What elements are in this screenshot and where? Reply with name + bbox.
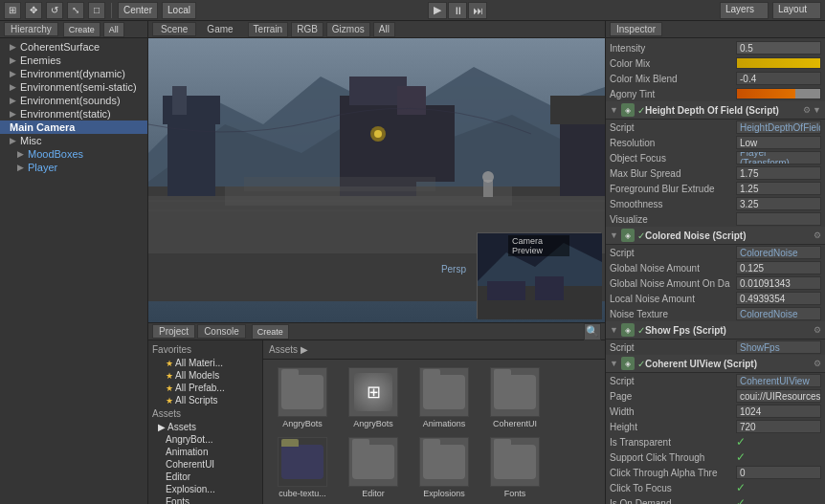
asset-label: Fonts — [504, 489, 526, 499]
insp-height-value[interactable]: 720 — [736, 420, 821, 433]
colored-noise-section-header[interactable]: ▼ ◈ ✓ Colored Noise (Script) ⚙ — [606, 227, 825, 245]
asset-angrybots2[interactable]: ⊞ AngryBots — [340, 365, 407, 431]
insp-objfocus-value[interactable]: Player (Transform) — [736, 151, 821, 164]
proj-all-scripts[interactable]: ★ All Scripts — [148, 394, 262, 406]
insp-nscript-value[interactable]: ColoredNoise — [736, 246, 821, 259]
layout-dropdown[interactable]: Layout — [772, 2, 821, 19]
hierarchy-tab[interactable]: Hierarchy — [4, 22, 58, 36]
insp-fscript-label: Script — [610, 342, 734, 353]
insp-agonytint-bar[interactable] — [736, 88, 821, 99]
insp-nglobalda-value[interactable]: 0.01091343 — [736, 276, 821, 290]
asset-cube-texture[interactable]: cube-textu... — [269, 435, 336, 501]
svg-point-19 — [482, 171, 494, 183]
rgb-btn[interactable]: RGB — [291, 22, 323, 37]
insp-smooth-value[interactable]: 3.25 — [736, 197, 821, 210]
hier-env-sounds[interactable]: ▶ Environment(sounds) — [0, 94, 147, 107]
asset-fonts[interactable]: Fonts — [481, 435, 548, 501]
script-icon: ◈ — [621, 357, 635, 370]
project-tab[interactable]: Project — [152, 324, 195, 339]
project-create-btn[interactable]: Create — [252, 324, 289, 340]
section-settings-btn[interactable]: ⚙ — [803, 105, 811, 115]
insp-nglobal-value[interactable]: 0.125 — [736, 261, 821, 274]
scale-tool[interactable]: ⤡ — [67, 2, 84, 19]
insp-clickalpha-value[interactable]: 0 — [736, 466, 821, 479]
asset-angrybots[interactable]: AngryBots — [269, 365, 336, 431]
game-tab[interactable]: Game — [198, 22, 241, 36]
hier-env-dynamic[interactable]: ▶ Environment(dynamic) — [0, 67, 147, 80]
transform-tool[interactable]: ✥ — [25, 2, 42, 19]
folder-fonts-icon — [490, 437, 540, 487]
hier-misc[interactable]: ▶ Misc — [0, 134, 147, 147]
proj-editor[interactable]: Editor — [148, 471, 262, 483]
step-button[interactable]: ⏭ — [468, 2, 487, 19]
insp-cscript-value[interactable]: CoherentUIView — [736, 374, 821, 387]
insp-maxblur-label: Max Blur Spread — [610, 168, 734, 179]
inspector-tab[interactable]: Inspector — [610, 22, 662, 36]
rotate-tool[interactable]: ↺ — [46, 2, 63, 19]
insp-ntexture-value[interactable]: ColoredNoise — [736, 307, 821, 320]
insp-fscript-value[interactable]: ShowFps — [736, 340, 821, 354]
folder-coherent-icon — [490, 367, 540, 417]
section-settings-btn[interactable]: ⚙ — [814, 325, 821, 335]
insp-clickthrough-check[interactable]: ✓ — [736, 450, 746, 464]
insp-ondemand-check[interactable]: ✓ — [736, 496, 746, 504]
section-settings-btn[interactable]: ⚙ — [814, 359, 821, 368]
gizmos-btn[interactable]: Gizmos — [326, 22, 370, 37]
asset-animations[interactable]: Animations — [411, 365, 478, 431]
insp-fgblur-value[interactable]: 1.25 — [736, 182, 821, 195]
all-btn[interactable]: All — [373, 22, 395, 37]
insp-script-value[interactable]: HeightDepthOfField — [736, 121, 821, 134]
proj-explosions[interactable]: Explosion... — [148, 483, 262, 495]
play-button[interactable]: ▶ — [428, 2, 447, 19]
insp-transparent-check[interactable]: ✓ — [736, 435, 746, 449]
insp-visualize-value[interactable] — [736, 212, 821, 226]
search-icon[interactable]: 🔍 — [584, 323, 601, 340]
layers-dropdown[interactable]: Layers — [720, 2, 769, 19]
asset-coherentui[interactable]: CoherentUI — [481, 365, 548, 431]
section-settings-btn[interactable]: ⚙ — [814, 230, 821, 240]
asset-editor[interactable]: Editor — [340, 435, 407, 501]
insp-clickfocus-check[interactable]: ✓ — [736, 481, 746, 494]
proj-all-prefabs[interactable]: ★ All Prefab... — [148, 382, 262, 394]
height-depth-section-header[interactable]: ▼ ◈ ✓ Height Depth Of Field (Script) ⚙ ▼ — [606, 101, 825, 120]
coherent-uiview-section-header[interactable]: ▼ ◈ ✓ Coherent UIView (Script) ⚙ — [606, 355, 825, 373]
terrain-btn[interactable]: Terrain — [248, 22, 289, 37]
local-button[interactable]: Local — [162, 2, 196, 19]
project-sidebar: Favorites ★ All Materi... ★ All Models ★… — [148, 340, 263, 504]
proj-coherentui[interactable]: CoherentUI — [148, 458, 262, 471]
hier-coherent-surface[interactable]: ▶ CoherentSurface — [0, 40, 147, 54]
center-button[interactable]: Center — [118, 2, 158, 19]
insp-colormix-bar[interactable] — [736, 57, 821, 69]
proj-assets-root[interactable]: ▶ Assets — [148, 421, 262, 433]
hierarchy-all-btn[interactable]: All — [103, 22, 124, 37]
show-fps-section-header[interactable]: ▼ ◈ ✓ Show Fps (Script) ⚙ — [606, 321, 825, 340]
section-more-btn[interactable]: ▼ — [813, 105, 821, 115]
scene-tab[interactable]: Scene — [152, 22, 196, 36]
proj-fonts[interactable]: Fonts — [148, 495, 262, 504]
hier-main-camera[interactable]: Main Camera — [0, 121, 147, 134]
hier-moodboxes[interactable]: ▶ MoodBoxes — [0, 147, 147, 161]
scene-viewport[interactable]: Z Camera Preview Persp — [148, 38, 605, 322]
pause-button[interactable]: ⏸ — [448, 2, 467, 19]
proj-all-materials[interactable]: ★ All Materi... — [148, 357, 262, 369]
hier-env-static[interactable]: ▶ Environment(static) — [0, 107, 147, 121]
proj-animation[interactable]: Animation — [148, 446, 262, 458]
asset-explosions[interactable]: Explosions — [411, 435, 478, 501]
insp-maxblur-value[interactable]: 1.75 — [736, 166, 821, 180]
insp-width-value[interactable]: 1024 — [736, 405, 821, 418]
insp-nlocal-value[interactable]: 0.4939354 — [736, 292, 821, 305]
insp-colormixblend-value[interactable]: -0.4 — [736, 72, 821, 85]
hier-player[interactable]: ▶ Player — [0, 161, 147, 174]
insp-intensity-value[interactable]: 0.5 — [736, 41, 821, 55]
rect-tool[interactable]: □ — [88, 2, 105, 19]
insp-resolution-value[interactable]: Low — [736, 136, 821, 149]
hier-enemies[interactable]: ▶ Enemies — [0, 54, 147, 67]
insp-resolution-label: Resolution — [610, 138, 734, 148]
proj-all-models[interactable]: ★ All Models — [148, 369, 262, 382]
hier-env-semi[interactable]: ▶ Environment(semi-static) — [0, 80, 147, 94]
proj-angry-bots[interactable]: AngryBot... — [148, 433, 262, 446]
hierarchy-create-btn[interactable]: Create — [63, 22, 100, 37]
unity-menu-icon[interactable]: ⊞ — [4, 2, 21, 19]
console-tab[interactable]: Console — [197, 324, 246, 339]
insp-page-value[interactable]: coui://UIResources/Achiev — [736, 389, 821, 403]
